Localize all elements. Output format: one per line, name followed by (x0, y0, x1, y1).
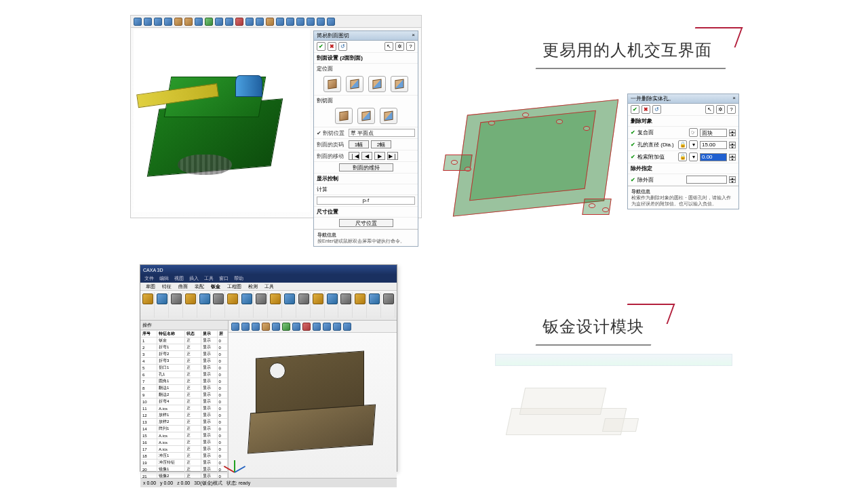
viewport-3d[interactable] (134, 29, 310, 212)
undo-button[interactable]: ↺ (338, 42, 347, 51)
viewport-3d[interactable] (229, 321, 397, 478)
play-icon[interactable] (134, 18, 142, 26)
locate-opt-1[interactable] (323, 76, 341, 92)
section-icon[interactable] (302, 323, 311, 331)
zoom-out-icon[interactable] (154, 18, 162, 26)
table-row[interactable]: 19冲压特征正显示0 (141, 460, 228, 466)
col-header[interactable]: 状态 (184, 331, 201, 338)
ribbon-转换[interactable] (382, 292, 395, 318)
table-row[interactable]: 14阵列1正显示0 (141, 426, 228, 432)
table-row[interactable]: 11A.ics正显示0 (141, 405, 228, 412)
layers-icon[interactable] (307, 18, 315, 26)
menu-文件[interactable]: 文件 (144, 275, 154, 282)
isometric-icon[interactable] (195, 18, 203, 26)
isometric-icon[interactable] (272, 323, 280, 331)
cancel-button[interactable]: ✖ (642, 105, 650, 114)
table-row[interactable]: 18冲压1正显示0 (141, 453, 228, 460)
col-header[interactable]: 显示 (201, 331, 217, 338)
pf-input[interactable]: p-f (317, 197, 415, 205)
undo-button[interactable]: ↺ (652, 105, 661, 114)
grid-icon[interactable] (313, 323, 321, 331)
tolerance-spinner[interactable]: ▲▼ (729, 154, 736, 161)
table-row[interactable]: 6孔1正显示0 (141, 371, 228, 378)
face-input[interactable]: 面块 (700, 129, 727, 137)
close-icon[interactable]: × (412, 32, 415, 39)
nav-first-button[interactable]: ❘◀ (349, 152, 359, 160)
gear-icon[interactable]: ✲ (395, 42, 404, 51)
gear-icon[interactable]: ✲ (716, 105, 725, 114)
settings-icon[interactable] (317, 18, 325, 26)
ribbon-打开[interactable] (156, 292, 169, 318)
ok-button[interactable]: ✔ (317, 42, 326, 51)
ribbon-折弯[interactable] (226, 292, 239, 318)
pan-icon[interactable] (184, 18, 193, 26)
close-icon[interactable]: × (732, 95, 736, 102)
face-spinner[interactable]: ▲▼ (729, 129, 736, 136)
ribbon-冲压[interactable] (269, 292, 282, 318)
table-row[interactable]: 4折弯3正显示0 (141, 358, 228, 365)
check-icon[interactable]: ✔ (631, 142, 635, 148)
ribbon-新建[interactable] (142, 292, 155, 318)
table-row[interactable]: 9翻边2正显示0 (141, 392, 228, 399)
size-button[interactable]: 尺寸位置 (339, 219, 393, 227)
exclude-spinner[interactable]: ▲▼ (729, 176, 736, 183)
lock-icon[interactable]: 🔒 (678, 140, 687, 149)
ribbon-展开[interactable] (298, 292, 311, 318)
table-row[interactable]: 5切口1正显示0 (141, 365, 228, 371)
nav-prev-button[interactable]: ◀ (361, 152, 372, 160)
section-opt-1[interactable] (335, 108, 353, 124)
tab-钣金[interactable]: 钣金 (211, 283, 220, 290)
section-opt-2[interactable] (357, 108, 375, 124)
annotate-icon[interactable] (296, 18, 304, 26)
measure-icon[interactable] (286, 18, 294, 26)
table-row[interactable]: 17A.ics正显示0 (141, 446, 228, 453)
lock-icon[interactable]: 🔒 (678, 152, 687, 161)
table-row[interactable]: 3折弯2正显示0 (141, 351, 228, 358)
ribbon-镜像[interactable] (368, 292, 381, 318)
ribbon-孔[interactable] (340, 292, 353, 318)
mesh-icon[interactable] (266, 18, 274, 26)
col-header[interactable]: 序号 (141, 331, 157, 338)
zoom-fit-icon[interactable] (252, 323, 260, 331)
ribbon-保存[interactable] (170, 292, 183, 318)
ribbon-阵列[interactable] (354, 292, 367, 318)
locate-opt-3[interactable] (368, 76, 386, 92)
menu-视图[interactable]: 视图 (174, 275, 184, 282)
table-row[interactable]: 7圆角1正显示0 (141, 378, 228, 385)
pick-button[interactable]: ↖ (705, 105, 714, 114)
chevron-down-icon[interactable]: ▾ (689, 152, 698, 161)
cancel-button[interactable]: ✖ (328, 42, 336, 51)
table-row[interactable]: 13放样2正显示0 (141, 419, 228, 426)
light-icon[interactable] (282, 323, 290, 331)
table-row[interactable]: 8翻边1正显示0 (141, 385, 228, 392)
zoom-in-icon[interactable] (144, 18, 152, 26)
tab-特征[interactable]: 特征 (162, 283, 172, 290)
count-btn-1[interactable]: 1幅 (349, 140, 369, 148)
count-btn-2[interactable]: 2幅 (371, 140, 391, 148)
chevron-down-icon[interactable]: ▾ (689, 140, 698, 149)
diameter-input[interactable]: 15.00 (700, 141, 727, 149)
check-icon[interactable]: ✔ (631, 129, 635, 136)
tab-草图[interactable]: 草图 (146, 283, 155, 290)
table-row[interactable]: 1钣金正显示0 (141, 338, 228, 344)
check-icon[interactable]: ✔ (631, 154, 635, 160)
zoom-fit-icon[interactable] (164, 18, 172, 26)
help-button[interactable]: ? (406, 42, 415, 51)
table-row[interactable]: 16A.ics正显示0 (141, 439, 228, 446)
play-icon[interactable] (231, 323, 239, 331)
ok-button[interactable]: ✔ (631, 105, 639, 114)
tab-工程图[interactable]: 工程图 (227, 283, 241, 290)
maintain-button[interactable]: 剖面的维持 (339, 163, 393, 171)
tolerance-input[interactable]: 0.00 (700, 153, 727, 161)
locate-opt-4[interactable] (391, 76, 408, 92)
tab-装配[interactable]: 装配 (195, 283, 204, 290)
menu-编辑[interactable]: 编辑 (159, 275, 169, 282)
nav-next-button[interactable]: ▶ (374, 152, 385, 160)
settings-icon[interactable] (343, 323, 351, 331)
rotate-icon[interactable] (174, 18, 182, 26)
exclude-input[interactable] (686, 176, 727, 184)
menu-窗口[interactable]: 窗口 (219, 275, 229, 282)
transparency-icon[interactable] (235, 18, 243, 26)
table-row[interactable]: 2折弯1正显示0 (141, 344, 228, 351)
pick-face-icon[interactable]: ☞ (689, 128, 698, 137)
